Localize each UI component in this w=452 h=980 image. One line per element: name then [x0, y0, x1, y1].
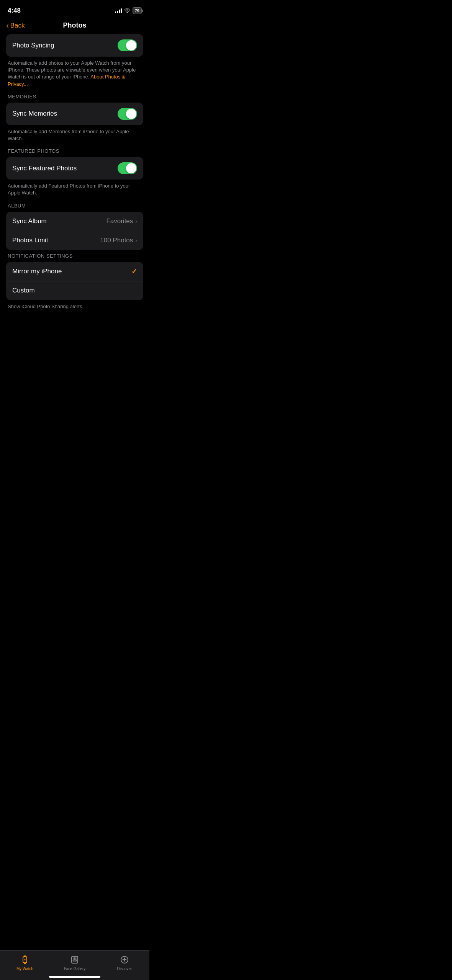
- chevron-right-icon: ›: [135, 218, 137, 224]
- notification-card: Mirror my iPhone ✓ Custom: [6, 262, 143, 300]
- status-time: 4:48: [8, 7, 21, 15]
- toggle-knob: [126, 163, 136, 173]
- back-button[interactable]: ‹ Back: [6, 21, 25, 30]
- sync-memories-label: Sync Memories: [12, 110, 57, 118]
- photo-syncing-toggle[interactable]: [118, 39, 137, 51]
- toggle-knob: [126, 40, 136, 51]
- memories-section: MEMORIES Sync Memories Automatically add…: [6, 94, 143, 142]
- photos-limit-row[interactable]: Photos Limit 100 Photos ›: [6, 231, 143, 250]
- featured-photos-section-label: FEATURED PHOTOS: [8, 148, 143, 154]
- content: Photo Syncing Automatically add photos t…: [0, 34, 149, 354]
- signal-icon: [115, 8, 122, 13]
- photo-syncing-description: Automatically add photos to your Apple W…: [8, 60, 142, 88]
- custom-label: Custom: [12, 287, 35, 294]
- sync-featured-row: Sync Featured Photos: [6, 157, 143, 180]
- photos-limit-label: Photos Limit: [12, 237, 48, 244]
- featured-photos-description: Automatically add Featured Photos from i…: [8, 183, 142, 196]
- sync-album-label: Sync Album: [12, 217, 47, 225]
- notification-description: Show iCloud Photo Sharing alerts.: [8, 303, 142, 310]
- status-icons: 79: [115, 7, 142, 14]
- sync-memories-row: Sync Memories: [6, 103, 143, 125]
- notification-section-label: NOTIFICATION SETTINGS: [8, 253, 143, 259]
- status-bar: 4:48 79: [0, 0, 149, 18]
- notification-settings-section: NOTIFICATION SETTINGS Mirror my iPhone ✓…: [6, 253, 143, 310]
- photos-limit-value: 100 Photos ›: [100, 237, 137, 244]
- sync-featured-toggle[interactable]: [118, 162, 137, 174]
- photo-syncing-card: Photo Syncing: [6, 34, 143, 57]
- back-chevron-icon: ‹: [6, 21, 9, 30]
- memories-description: Automatically add Memories from iPhone t…: [8, 128, 142, 142]
- custom-row[interactable]: Custom: [6, 281, 143, 300]
- checkmark-icon: ✓: [131, 267, 137, 276]
- page-title: Photos: [63, 21, 87, 29]
- mirror-iphone-row[interactable]: Mirror my iPhone ✓: [6, 262, 143, 281]
- chevron-right-icon: ›: [135, 237, 137, 243]
- sync-memories-toggle[interactable]: [118, 108, 137, 120]
- featured-photos-section: FEATURED PHOTOS Sync Featured Photos Aut…: [6, 148, 143, 196]
- mirror-iphone-label: Mirror my iPhone: [12, 268, 62, 275]
- memories-card: Sync Memories: [6, 103, 143, 125]
- wifi-icon: [124, 8, 130, 14]
- sync-album-value: Favorites ›: [106, 217, 137, 225]
- memories-section-label: MEMORIES: [8, 94, 143, 100]
- photo-syncing-row: Photo Syncing: [6, 34, 143, 57]
- back-label: Back: [10, 22, 25, 29]
- album-section-label: ALBUM: [8, 203, 143, 209]
- photo-syncing-label: Photo Syncing: [12, 42, 54, 49]
- nav-bar: ‹ Back Photos: [0, 18, 149, 34]
- photo-syncing-section: Photo Syncing Automatically add photos t…: [6, 34, 143, 88]
- featured-photos-card: Sync Featured Photos: [6, 157, 143, 180]
- battery-icon: 79: [133, 7, 142, 14]
- sync-album-row[interactable]: Sync Album Favorites ›: [6, 212, 143, 231]
- sync-featured-label: Sync Featured Photos: [12, 165, 77, 172]
- toggle-knob: [126, 109, 136, 119]
- album-section: ALBUM Sync Album Favorites › Photos Limi…: [6, 203, 143, 250]
- album-card: Sync Album Favorites › Photos Limit 100 …: [6, 212, 143, 250]
